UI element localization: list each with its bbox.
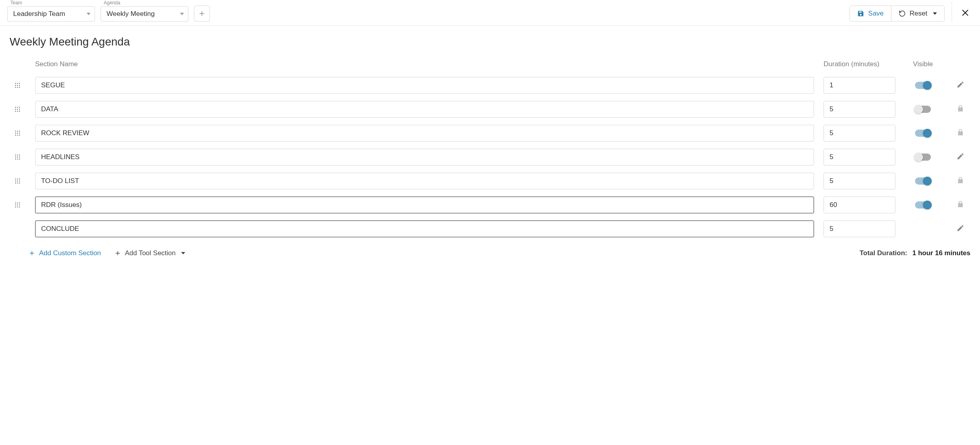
visible-toggle[interactable] <box>915 154 931 161</box>
section-name-input[interactable] <box>35 77 814 94</box>
svg-point-20 <box>17 111 18 112</box>
svg-point-31 <box>15 155 16 156</box>
svg-point-54 <box>19 205 20 206</box>
svg-point-26 <box>17 133 18 134</box>
plus-icon <box>198 10 205 17</box>
svg-point-14 <box>17 107 18 108</box>
svg-point-11 <box>17 87 18 88</box>
section-name-input[interactable] <box>35 101 814 118</box>
reset-icon <box>899 10 906 17</box>
add-agenda-button[interactable] <box>194 6 210 22</box>
svg-point-46 <box>15 183 16 184</box>
duration-input[interactable] <box>824 197 895 213</box>
edit-button[interactable] <box>956 224 964 234</box>
edit-button[interactable] <box>956 152 964 162</box>
divider <box>952 1 952 22</box>
svg-point-50 <box>17 203 18 204</box>
lock-icon <box>956 104 964 114</box>
svg-point-47 <box>17 183 18 184</box>
drag-handle-icon[interactable] <box>10 82 26 89</box>
svg-point-52 <box>15 205 16 206</box>
total-duration-value: 1 hour 16 minutes <box>913 249 970 257</box>
svg-point-15 <box>19 107 20 108</box>
add-tool-section-button[interactable]: Add Tool Section <box>114 248 186 259</box>
plus-icon <box>115 250 121 256</box>
duration-input[interactable] <box>824 221 895 237</box>
svg-point-5 <box>17 83 18 84</box>
svg-point-6 <box>19 83 20 84</box>
duration-input[interactable] <box>824 101 895 118</box>
svg-point-35 <box>17 157 18 158</box>
section-row <box>10 149 970 165</box>
svg-point-30 <box>19 135 20 136</box>
column-header-visible: Visible <box>905 60 941 68</box>
reset-button-label: Reset <box>910 10 927 18</box>
svg-point-42 <box>19 179 20 180</box>
close-icon <box>961 8 970 17</box>
duration-input[interactable] <box>824 149 895 165</box>
edit-button[interactable] <box>956 81 964 90</box>
reset-button[interactable]: Reset <box>891 6 944 21</box>
svg-point-38 <box>17 159 18 160</box>
agenda-label: Agenda <box>104 0 188 6</box>
lock-icon <box>956 200 964 210</box>
svg-point-10 <box>15 87 16 88</box>
section-name-input[interactable] <box>35 197 814 213</box>
svg-point-49 <box>15 203 16 204</box>
svg-point-19 <box>15 111 16 112</box>
visible-toggle[interactable] <box>915 130 931 137</box>
agenda-select-value: Weekly Meeting <box>107 10 155 18</box>
svg-point-28 <box>15 135 16 136</box>
drag-handle-icon[interactable] <box>10 154 26 160</box>
chevron-down-icon <box>933 12 937 15</box>
svg-point-56 <box>17 207 18 208</box>
visible-toggle[interactable] <box>915 201 931 209</box>
svg-point-45 <box>19 181 20 182</box>
duration-input[interactable] <box>824 125 895 142</box>
chevron-down-icon <box>180 13 184 15</box>
svg-point-25 <box>15 133 16 134</box>
top-bar: Team Leadership Team Agenda Weekly Meeti… <box>0 0 980 26</box>
svg-point-8 <box>17 85 18 86</box>
team-select[interactable]: Leadership Team <box>7 6 95 22</box>
svg-point-4 <box>15 83 16 84</box>
drag-handle-icon[interactable] <box>10 202 26 208</box>
section-name-input[interactable] <box>35 173 814 189</box>
svg-point-21 <box>19 111 20 112</box>
save-button[interactable]: Save <box>850 6 891 21</box>
drag-handle-icon[interactable] <box>10 178 26 184</box>
section-name-input[interactable] <box>35 125 814 142</box>
visible-toggle[interactable] <box>915 82 931 89</box>
topbar-left: Team Leadership Team Agenda Weekly Meeti… <box>0 0 210 22</box>
section-row <box>10 197 970 213</box>
svg-point-27 <box>19 133 20 134</box>
column-header-duration: Duration (minutes) <box>824 60 895 68</box>
footer-row: Add Custom Section Add Tool Section Tota… <box>10 248 970 259</box>
table-header-row: Section Name Duration (minutes) Visible <box>10 60 970 68</box>
svg-point-23 <box>17 131 18 132</box>
svg-point-22 <box>15 131 16 132</box>
section-name-input[interactable] <box>35 221 814 237</box>
plus-icon <box>29 250 35 256</box>
lock-icon <box>956 128 964 138</box>
agenda-select[interactable]: Weekly Meeting <box>101 6 188 22</box>
section-row <box>10 125 970 142</box>
page: Weekly Meeting Agenda Section Name Durat… <box>0 26 980 267</box>
add-custom-section-button[interactable]: Add Custom Section <box>28 248 102 259</box>
svg-point-34 <box>15 157 16 158</box>
section-name-input[interactable] <box>35 149 814 165</box>
svg-point-12 <box>19 87 20 88</box>
page-title: Weekly Meeting Agenda <box>10 35 970 48</box>
drag-handle-icon[interactable] <box>10 130 26 136</box>
section-rows <box>10 77 970 237</box>
add-tool-label: Add Tool Section <box>125 249 176 257</box>
drag-handle-icon[interactable] <box>10 106 26 112</box>
visible-toggle[interactable] <box>915 106 931 113</box>
team-field: Team Leadership Team <box>7 0 95 22</box>
close-button[interactable] <box>956 5 974 22</box>
duration-input[interactable] <box>824 173 895 189</box>
svg-point-37 <box>15 159 16 160</box>
pencil-icon <box>956 224 964 232</box>
visible-toggle[interactable] <box>915 177 931 185</box>
duration-input[interactable] <box>824 77 895 94</box>
